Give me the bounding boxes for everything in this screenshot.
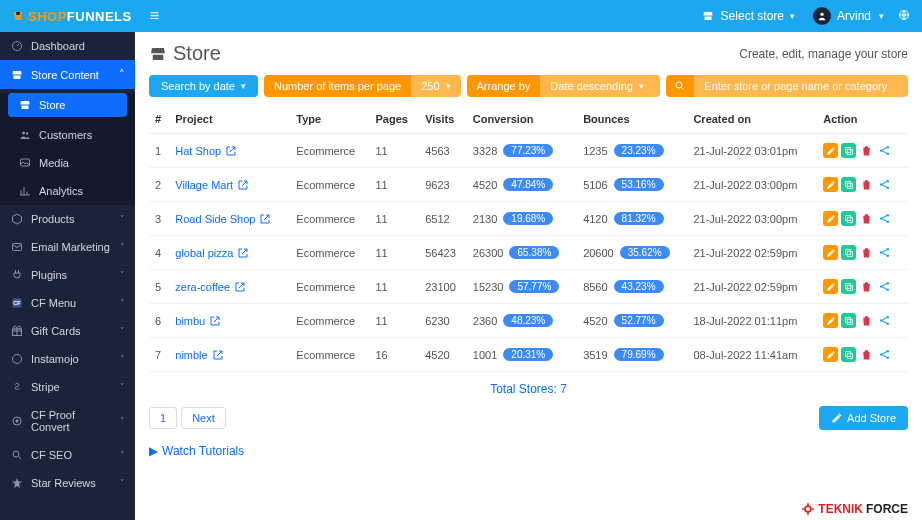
user-menu[interactable]: Arvind ▾ xyxy=(813,7,884,25)
items-per-page-value[interactable]: 250 ▾ xyxy=(411,75,460,97)
col-bounces: Bounces xyxy=(577,105,687,134)
sidebar-item-media[interactable]: Media xyxy=(0,149,135,177)
select-store-dropdown[interactable]: Select store ▾ xyxy=(702,9,795,23)
share-button[interactable] xyxy=(877,177,892,192)
bounces-badge: 43.23% xyxy=(614,280,664,293)
play-icon: ▶ xyxy=(149,444,158,458)
svg-rect-15 xyxy=(847,149,852,154)
delete-button[interactable] xyxy=(859,279,874,294)
watch-tutorials-link[interactable]: ▶ Watch Tutorials xyxy=(149,444,908,458)
share-button[interactable] xyxy=(877,347,892,362)
edit-button[interactable] xyxy=(823,211,838,226)
share-button[interactable] xyxy=(877,245,892,260)
copy-button[interactable] xyxy=(841,347,856,362)
delete-button[interactable] xyxy=(859,313,874,328)
search-by-date-button[interactable]: Search by date ▾ xyxy=(149,75,258,97)
store-icon xyxy=(10,69,23,81)
row-actions xyxy=(823,347,902,362)
plug-icon xyxy=(10,269,23,281)
delete-button[interactable] xyxy=(859,211,874,226)
cell-bounces: 1235 23.23% xyxy=(577,134,687,168)
share-button[interactable] xyxy=(877,211,892,226)
sidebar-item-cf-proof-convert[interactable]: CF Proof Convert ˅ xyxy=(0,401,135,441)
cell-conversion: 4520 47.84% xyxy=(467,168,577,202)
project-link[interactable]: Road Side Shop xyxy=(175,213,271,225)
page-title: Store xyxy=(149,42,221,65)
cell-visits: 6512 xyxy=(419,202,467,236)
sidebar-item-label: CF Proof Convert xyxy=(31,409,112,433)
hamburger-icon[interactable]: ≡ xyxy=(150,7,159,25)
conversion-badge: 19.68% xyxy=(503,212,553,225)
sidebar-item-store-content[interactable]: Store Content ˄ xyxy=(0,60,135,89)
copy-button[interactable] xyxy=(841,211,856,226)
copy-button[interactable] xyxy=(841,313,856,328)
chevron-down-icon: ▾ xyxy=(446,81,451,91)
sidebar-item-store[interactable]: Store xyxy=(8,93,127,117)
items-per-page-label: Number of items per page xyxy=(264,75,411,97)
project-link[interactable]: bimbu xyxy=(175,315,221,327)
share-button[interactable] xyxy=(877,313,892,328)
copy-button[interactable] xyxy=(841,177,856,192)
project-link[interactable]: Hat Shop xyxy=(175,145,237,157)
cell-idx: 1 xyxy=(149,134,169,168)
table-row: 7nimble Ecommerce1645201001 20.31%3519 7… xyxy=(149,338,908,372)
sidebar-item-cf-menu[interactable]: CF CF Menu ˅ xyxy=(0,289,135,317)
logo[interactable]: SHOPFUNNELS xyxy=(12,9,132,24)
edit-button[interactable] xyxy=(823,245,838,260)
page-next[interactable]: Next xyxy=(181,407,226,429)
sidebar-item-gift-cards[interactable]: Gift Cards ˅ xyxy=(0,317,135,345)
arrange-by-value[interactable]: Date descending ▾ xyxy=(540,75,660,97)
edit-button[interactable] xyxy=(823,177,838,192)
cell-type: Ecommerce xyxy=(290,202,369,236)
sidebar-item-dashboard[interactable]: Dashboard xyxy=(0,32,135,60)
sidebar-item-stripe[interactable]: Stripe ˅ xyxy=(0,373,135,401)
col-pages: Pages xyxy=(369,105,419,134)
copy-button[interactable] xyxy=(841,245,856,260)
arrange-by-label: Arrange by xyxy=(467,75,541,97)
bounces-badge: 53.16% xyxy=(614,178,664,191)
edit-button[interactable] xyxy=(823,347,838,362)
copy-button[interactable] xyxy=(841,143,856,158)
page-title-text: Store xyxy=(173,42,221,65)
page-1[interactable]: 1 xyxy=(149,407,177,429)
delete-button[interactable] xyxy=(859,177,874,192)
conversion-badge: 57.77% xyxy=(509,280,559,293)
sidebar-item-plugins[interactable]: Plugins ˅ xyxy=(0,261,135,289)
delete-button[interactable] xyxy=(859,143,874,158)
sidebar-item-email-marketing[interactable]: Email Marketing ˅ xyxy=(0,233,135,261)
sidebar-item-customers[interactable]: Customers xyxy=(0,121,135,149)
sidebar-item-cf-seo[interactable]: CF SEO ˅ xyxy=(0,441,135,469)
project-link[interactable]: Village Mart xyxy=(175,179,249,191)
globe-icon[interactable] xyxy=(898,8,910,24)
sidebar-item-label: Star Reviews xyxy=(31,477,112,489)
delete-button[interactable] xyxy=(859,245,874,260)
project-link[interactable]: global pizza xyxy=(175,247,249,259)
edit-button[interactable] xyxy=(823,313,838,328)
footer-text-b: FORCE xyxy=(866,502,908,516)
project-link[interactable]: zera-coffee xyxy=(175,281,246,293)
delete-button[interactable] xyxy=(859,347,874,362)
sidebar-item-instamojo[interactable]: Instamojo ˅ xyxy=(0,345,135,373)
conversion-badge: 47.84% xyxy=(503,178,553,191)
sidebar-item-label: Customers xyxy=(39,129,125,141)
cell-type: Ecommerce xyxy=(290,304,369,338)
share-button[interactable] xyxy=(877,279,892,294)
row-actions xyxy=(823,143,902,158)
svg-rect-20 xyxy=(847,183,852,188)
edit-button[interactable] xyxy=(823,143,838,158)
share-button[interactable] xyxy=(877,143,892,158)
add-store-button[interactable]: Add Store xyxy=(819,406,908,430)
sidebar-item-products[interactable]: Products ˅ xyxy=(0,205,135,233)
chevron-down-icon: ˅ xyxy=(120,416,125,426)
cell-pages: 16 xyxy=(369,338,419,372)
controls-row: Search by date ▾ Number of items per pag… xyxy=(149,75,908,97)
edit-button[interactable] xyxy=(823,279,838,294)
cell-created: 08-Jul-2022 11:41am xyxy=(687,338,817,372)
search-input[interactable] xyxy=(694,75,908,97)
project-link[interactable]: nimble xyxy=(175,349,223,361)
external-link-icon xyxy=(209,315,221,327)
copy-button[interactable] xyxy=(841,279,856,294)
sidebar-item-star-reviews[interactable]: Star Reviews ˅ xyxy=(0,469,135,497)
sidebar-item-analytics[interactable]: Analytics xyxy=(0,177,135,205)
chevron-down-icon: ˅ xyxy=(120,242,125,252)
